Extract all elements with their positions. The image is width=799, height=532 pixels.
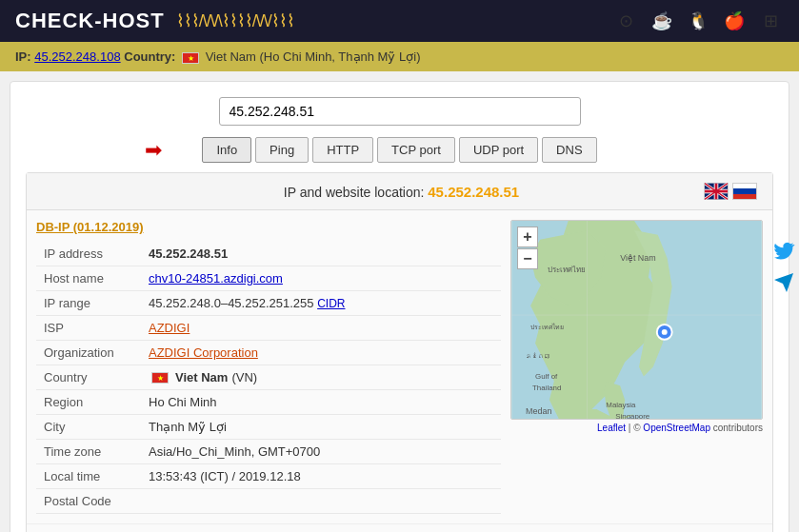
zoom-in-button[interactable]: + — [517, 227, 538, 247]
flag-icons — [704, 183, 757, 200]
row-label: Organization — [36, 341, 141, 365]
row-label: Region — [36, 390, 141, 415]
arrow-icon: ➡ — [145, 138, 162, 162]
main-container: ➡ Info Ping HTTP TCP port UDP port DNS I… — [10, 81, 789, 532]
logo-host: HOST — [103, 9, 165, 32]
osm-link[interactable]: OpenStreetMap — [643, 423, 710, 433]
svg-text:Gulf of: Gulf of — [535, 372, 558, 381]
svg-text:Việt Nam: Việt Nam — [620, 253, 656, 263]
row-label: Local time — [36, 464, 141, 489]
row-label: ISP — [36, 316, 141, 341]
ru-flag-icon[interactable] — [732, 183, 757, 200]
country-flag-icon — [151, 372, 169, 384]
svg-text:ประเทศไทย: ประเทศไทย — [548, 266, 586, 274]
zoom-out-button[interactable]: − — [517, 248, 538, 269]
svg-text:Thailand: Thailand — [532, 384, 561, 392]
globe-icon[interactable]: ⊙ — [612, 8, 639, 34]
telegram-button[interactable] — [769, 267, 799, 298]
table-row: ISP AZDIGI — [36, 316, 501, 341]
row-value: 13:53:43 (ICT) / 2019.12.18 — [141, 464, 501, 489]
row-value: AZDIGI — [141, 316, 501, 341]
info-header: IP and website location: 45.252.248.51 — [27, 173, 772, 210]
windows-icon[interactable]: ⊞ — [757, 8, 784, 34]
search-input[interactable] — [219, 97, 581, 126]
row-value: 45.252.248.0–45.252.251.255 CIDR — [141, 291, 501, 316]
tcp-port-button[interactable]: TCP port — [377, 137, 455, 163]
linux-icon[interactable]: 🐧 — [685, 8, 711, 34]
header: CHECK-HOST ⌇⌇⌇/\/\/\⌇⌇⌇⌇/\/\/⌇⌇⌇ ⊙ ☕ 🐧 🍎… — [0, 0, 799, 42]
table-row: Region Ho Chi Minh — [36, 390, 501, 415]
info-content: DB-IP (01.12.2019) IP address 45.252.248… — [27, 210, 772, 523]
table-row: Organization AZDIGI Corporation — [36, 341, 501, 365]
table-row: Time zone Asia/Ho_Chi_Minh, GMT+0700 — [36, 440, 501, 464]
info-header-center: IP and website location: 45.252.248.51 — [99, 184, 704, 200]
map-container[interactable]: ประเทศไทย Việt Nam ประเทศไทย ភ្នំពេញ Gul… — [510, 220, 763, 420]
http-button[interactable]: HTTP — [312, 137, 373, 163]
row-label: City — [36, 415, 141, 440]
info-table-area: DB-IP (01.12.2019) IP address 45.252.248… — [36, 220, 501, 514]
arrow-indicator: ➡ — [145, 138, 162, 163]
attribution-sep: | © — [629, 423, 644, 433]
ping-button[interactable]: Ping — [255, 137, 309, 163]
info-title-text: IP and website location: — [284, 185, 425, 200]
row-value: Thạnh Mỹ Lợi — [141, 415, 501, 440]
uk-flag-icon[interactable] — [704, 183, 729, 200]
country-name: Viet Nam — [175, 370, 228, 384]
map-zoom-controls: + − — [517, 227, 538, 269]
city-value: Thạnh Mỹ Lợi — [149, 420, 227, 434]
row-label: IP range — [36, 291, 141, 316]
info-section: IP and website location: 45.252.248.51 — [26, 172, 773, 532]
ip-label: IP: — [15, 49, 31, 64]
udp-port-button[interactable]: UDP port — [459, 137, 538, 163]
svg-point-18 — [662, 329, 668, 335]
map-area: ประเทศไทย Việt Nam ประเทศไทย ភ្នំពេញ Gul… — [510, 220, 763, 514]
row-value: 45.252.248.51 — [141, 242, 501, 266]
country-code: (VN) — [231, 370, 257, 384]
org-value: AZDIGI Corporation — [149, 345, 258, 360]
row-value: chv10-24851.azdigi.com — [141, 266, 501, 291]
ip-value: 45.252.248.51 — [149, 246, 228, 261]
svg-text:Singapore: Singapore — [615, 412, 650, 419]
coffee-icon[interactable]: ☕ — [649, 8, 675, 34]
country-label: Country: — [124, 49, 175, 64]
row-label: IP address — [36, 242, 141, 266]
row-value: Viet Nam (VN) — [141, 365, 501, 390]
row-label: Country — [36, 365, 141, 390]
button-row: ➡ Info Ping HTTP TCP port UDP port DNS — [202, 137, 596, 163]
svg-text:ประเทศไทย: ประเทศไทย — [530, 323, 564, 330]
dns-button[interactable]: DNS — [542, 137, 596, 163]
region-value: Ho Chi Minh — [149, 395, 217, 409]
table-row: City Thạnh Mỹ Lợi — [36, 415, 501, 440]
timezone-value: Asia/Ho_Chi_Minh, GMT+0700 — [149, 444, 320, 459]
cidr-link[interactable]: CIDR — [317, 297, 345, 310]
logo[interactable]: CHECK-HOST — [15, 9, 165, 33]
powered-by: Powered by DB-IP — [27, 523, 772, 532]
social-sidebar — [769, 235, 799, 298]
banner-ip-link[interactable]: 45.252.248.108 — [34, 49, 120, 64]
banner-country-name: Viet Nam (Ho Chi Minh, Thạnh Mỹ Lợi) — [206, 49, 421, 64]
logo-area: CHECK-HOST ⌇⌇⌇/\/\/\⌇⌇⌇⌇/\/\/⌇⌇⌇ — [15, 9, 294, 33]
table-row: Country Viet Nam (VN) — [36, 365, 501, 390]
apple-icon[interactable]: 🍎 — [721, 8, 748, 34]
info-table: IP address 45.252.248.51 Host name chv10… — [36, 242, 501, 514]
isp-link[interactable]: AZDIGI — [149, 321, 190, 335]
table-row: IP range 45.252.248.0–45.252.251.255 CID… — [36, 291, 501, 316]
map-attribution: Leaflet | © OpenStreetMap contributors — [510, 423, 763, 433]
vn-flag-icon — [182, 52, 199, 64]
table-row: IP address 45.252.248.51 — [36, 242, 501, 266]
row-value — [141, 489, 501, 514]
leaflet-link[interactable]: Leaflet — [597, 423, 626, 433]
table-row: Host name chv10-24851.azdigi.com — [36, 266, 501, 291]
info-button[interactable]: Info — [202, 137, 251, 163]
hostname-link[interactable]: chv10-24851.azdigi.com — [149, 271, 283, 286]
ip-range-value: 45.252.248.0–45.252.251.255 — [149, 296, 317, 310]
svg-text:Medan: Medan — [526, 406, 551, 416]
logo-check: CHECK- — [15, 9, 103, 32]
db-ip-title[interactable]: DB-IP (01.12.2019) — [36, 220, 501, 234]
heartbeat-decoration: ⌇⌇⌇/\/\/\⌇⌇⌇⌇/\/\/⌇⌇⌇ — [176, 10, 294, 31]
twitter-button[interactable] — [769, 235, 799, 266]
row-label: Host name — [36, 266, 141, 291]
row-label: Postal Code — [36, 489, 141, 514]
table-row: Local time 13:53:43 (ICT) / 2019.12.18 — [36, 464, 501, 489]
ip-banner: IP: 45.252.248.108 Country: Viet Nam (Ho… — [0, 42, 799, 71]
